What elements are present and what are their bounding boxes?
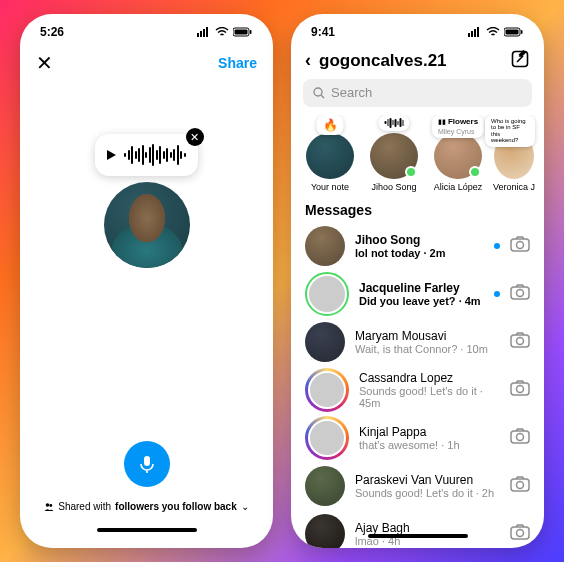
camera-icon[interactable] bbox=[510, 524, 530, 544]
note-bubble: 🔥 bbox=[317, 115, 344, 135]
camera-icon[interactable] bbox=[510, 380, 530, 400]
cellular-icon bbox=[197, 27, 211, 37]
section-header: Messages bbox=[291, 200, 544, 222]
tray-label: Alicia López bbox=[434, 182, 483, 192]
wifi-icon bbox=[486, 27, 500, 37]
wifi-icon bbox=[215, 27, 229, 37]
status-bar: 5:26 bbox=[20, 14, 273, 44]
audience-value: followers you follow back bbox=[115, 501, 237, 512]
note-bubble bbox=[379, 115, 410, 131]
note-text: Who is going to be in SF this weekend? bbox=[491, 118, 529, 144]
conversation-preview: Sounds good! Let's do it · 2h bbox=[355, 487, 500, 499]
conversation-row[interactable]: Paraskevi Van Vuuren Sounds good! Let's … bbox=[291, 462, 544, 510]
svg-rect-2 bbox=[203, 29, 205, 37]
phone-left: 5:26 ✕ Share ✕ Shared with followers you… bbox=[20, 14, 273, 548]
tray-label: Jihoo Song bbox=[371, 182, 416, 192]
svg-point-33 bbox=[517, 529, 524, 536]
camera-icon[interactable] bbox=[510, 428, 530, 448]
conversation-name: Maryam Mousavi bbox=[355, 329, 500, 343]
svg-rect-6 bbox=[250, 30, 252, 34]
back-icon[interactable]: ‹ bbox=[305, 50, 311, 71]
svg-rect-10 bbox=[468, 33, 470, 37]
svg-point-8 bbox=[46, 503, 50, 507]
conversation-row[interactable]: Jihoo Song lol not today · 2m bbox=[291, 222, 544, 270]
conversation-name: Jacqueline Farley bbox=[359, 281, 484, 295]
play-icon[interactable] bbox=[107, 150, 116, 160]
svg-rect-13 bbox=[477, 27, 479, 37]
unread-indicator bbox=[494, 291, 500, 297]
compose-icon[interactable] bbox=[510, 49, 530, 73]
status-time: 9:41 bbox=[311, 25, 335, 39]
conversation-preview: Wait, is that Connor? · 10m bbox=[355, 343, 500, 355]
conversation-name: Ajay Bagh bbox=[355, 521, 500, 535]
svg-point-25 bbox=[517, 337, 524, 344]
home-indicator bbox=[97, 528, 197, 532]
avatar bbox=[305, 514, 345, 548]
inbox-header: ‹ gogoncalves.21 bbox=[291, 43, 544, 78]
home-indicator bbox=[368, 534, 468, 538]
tray-item[interactable]: Jihoo Song bbox=[365, 133, 423, 192]
record-button[interactable] bbox=[124, 441, 170, 487]
avatar: 🔥 bbox=[306, 133, 354, 180]
share-button[interactable]: Share bbox=[218, 55, 257, 71]
conversation-name: Paraskevi Van Vuuren bbox=[355, 473, 500, 487]
svg-rect-1 bbox=[200, 31, 202, 37]
tray-label: Your note bbox=[311, 182, 349, 192]
close-icon[interactable]: ✕ bbox=[36, 51, 53, 75]
audience-prefix: Shared with bbox=[58, 501, 111, 512]
svg-rect-12 bbox=[474, 29, 476, 37]
conversation-row[interactable]: Maryam Mousavi Wait, is that Connor? · 1… bbox=[291, 318, 544, 366]
svg-point-18 bbox=[314, 88, 322, 96]
status-bar: 9:41 bbox=[291, 14, 544, 43]
camera-icon[interactable] bbox=[510, 476, 530, 496]
camera-icon[interactable] bbox=[510, 284, 530, 304]
svg-rect-16 bbox=[521, 30, 523, 34]
music-icon: ▮▮ bbox=[438, 118, 446, 125]
account-username[interactable]: gogoncalves.21 bbox=[319, 51, 502, 71]
svg-point-27 bbox=[517, 385, 524, 392]
story-ring bbox=[305, 368, 349, 412]
note-footer: Shared with followers you follow back ⌄ bbox=[20, 441, 273, 548]
avatar: ▮▮Flowers Miley Cyrus bbox=[434, 133, 482, 180]
conversation-preview: Sounds good! Let's do it · 45m bbox=[359, 385, 500, 409]
tray-item-your-note[interactable]: 🔥 Your note bbox=[301, 133, 359, 192]
battery-icon bbox=[233, 27, 253, 37]
online-indicator bbox=[469, 166, 481, 178]
svg-rect-0 bbox=[197, 33, 199, 37]
audio-note-bubble[interactable]: ✕ bbox=[95, 134, 198, 176]
svg-rect-15 bbox=[506, 29, 519, 34]
conversation-row[interactable]: Jacqueline Farley Did you leave yet? · 4… bbox=[291, 270, 544, 318]
conversation-name: Jihoo Song bbox=[355, 233, 484, 247]
avatar bbox=[309, 276, 345, 312]
fire-icon: 🔥 bbox=[323, 118, 338, 132]
status-indicators bbox=[197, 27, 253, 37]
conversation-row[interactable]: Cassandra Lopez Sounds good! Let's do it… bbox=[291, 366, 544, 414]
conversation-row[interactable]: Kinjal Pappa that's awesome! · 1h bbox=[291, 414, 544, 462]
note-subtitle: Miley Cyrus bbox=[438, 128, 475, 135]
conversation-row[interactable]: Ajay Bagh lmao · 4h bbox=[291, 510, 544, 548]
tray-label: Veronica J bbox=[493, 182, 535, 192]
audience-selector[interactable]: Shared with followers you follow back ⌄ bbox=[44, 501, 249, 512]
people-icon bbox=[44, 502, 54, 512]
avatar bbox=[308, 419, 346, 457]
search-icon bbox=[313, 87, 325, 99]
search-wrap: Search bbox=[291, 79, 544, 115]
camera-icon[interactable] bbox=[510, 332, 530, 352]
avatar bbox=[305, 322, 345, 362]
tray-item[interactable]: Who is going to be in SF this weekend? V… bbox=[493, 133, 535, 192]
remove-note-icon[interactable]: ✕ bbox=[186, 128, 204, 146]
avatar: Who is going to be in SF this weekend? bbox=[494, 133, 534, 180]
svg-rect-7 bbox=[144, 456, 150, 466]
phone-right: 9:41 ‹ gogoncalves.21 Search 🔥 Your note bbox=[291, 14, 544, 548]
conversation-name: Cassandra Lopez bbox=[359, 371, 500, 385]
conversation-preview: lol not today · 2m bbox=[355, 247, 484, 259]
conversation-preview: Did you leave yet? · 4m bbox=[359, 295, 484, 307]
close-friend-ring bbox=[305, 272, 349, 316]
avatar bbox=[370, 133, 418, 180]
svg-point-23 bbox=[517, 289, 524, 296]
camera-icon[interactable] bbox=[510, 236, 530, 256]
notes-tray[interactable]: 🔥 Your note Jihoo Song ▮▮Flowers Miley C… bbox=[291, 115, 544, 200]
message-list[interactable]: Jihoo Song lol not today · 2m Jacqueline… bbox=[291, 222, 544, 548]
search-input[interactable]: Search bbox=[303, 79, 532, 107]
tray-item[interactable]: ▮▮Flowers Miley Cyrus Alicia López bbox=[429, 133, 487, 192]
